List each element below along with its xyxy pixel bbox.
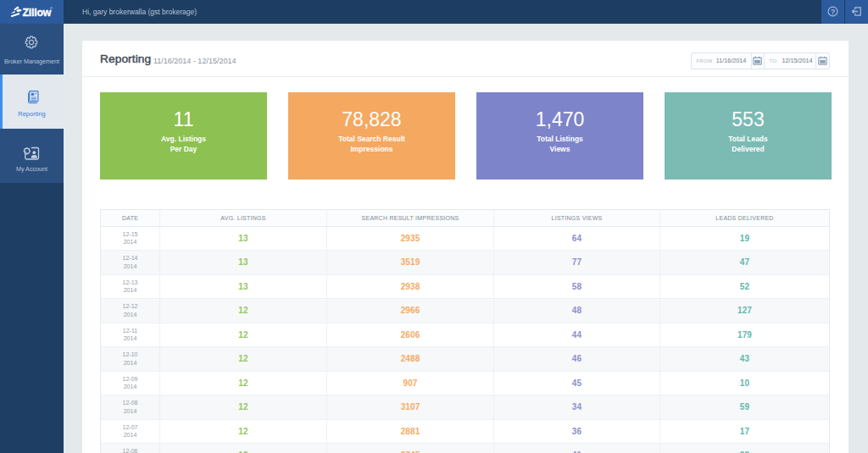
svg-text:?: ?	[831, 8, 835, 16]
svg-text:®: ®	[50, 6, 53, 10]
svg-text:Zillow: Zillow	[22, 7, 51, 19]
